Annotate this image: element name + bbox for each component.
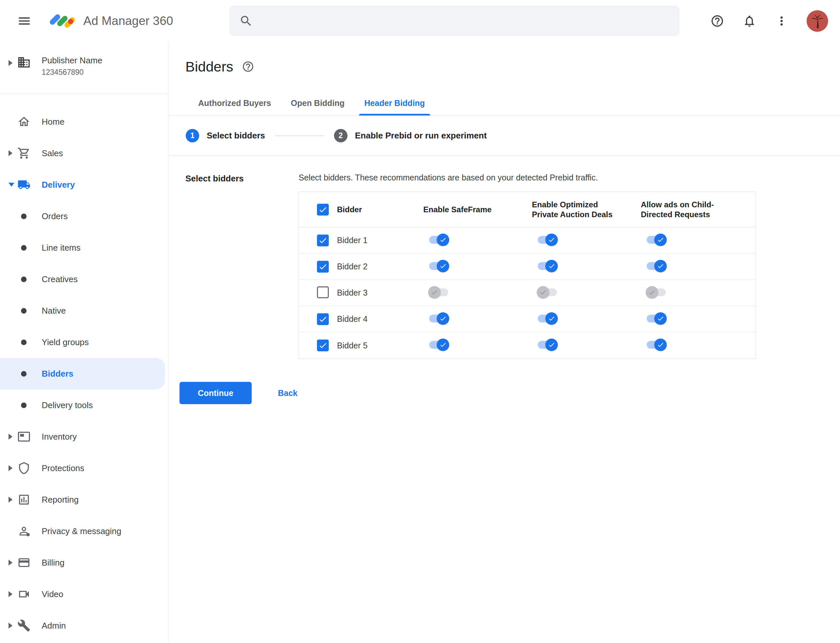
truck-icon — [17, 178, 31, 192]
tab-authorized-buyers[interactable]: Authorized Buyers — [188, 91, 281, 116]
toggle-thumb — [437, 339, 449, 351]
bullet-icon — [21, 277, 26, 282]
notifications-bell-icon[interactable] — [742, 14, 757, 28]
wizard-stepper: 1 Select bidders 2 Enable Prebid or run … — [169, 116, 840, 156]
bidders-table: Bidder Enable SafeFrame Enable Optimized… — [299, 192, 756, 359]
table-header-row: Bidder Enable SafeFrame Enable Optimized… — [299, 192, 756, 227]
bidder-name: Bidder 4 — [337, 314, 423, 324]
toggle-thumb — [654, 312, 667, 325]
toggle-thumb — [646, 286, 658, 299]
sidebar-item-label: Video — [42, 589, 63, 599]
sidebar-item-native[interactable]: Native — [0, 295, 168, 326]
safeframe-toggle[interactable] — [428, 259, 449, 273]
chevron-right-icon — [8, 623, 13, 628]
tab-open-bidding[interactable]: Open Bidding — [281, 91, 355, 116]
row-checkbox[interactable] — [317, 286, 329, 298]
toggle-thumb — [437, 260, 449, 272]
step-1-label: Select bidders — [207, 131, 265, 141]
shield-icon — [17, 461, 31, 475]
toggle-thumb — [437, 233, 449, 246]
row-checkbox[interactable] — [317, 261, 329, 273]
app-title: Ad Manager 360 — [83, 14, 173, 28]
sidebar-item-orders[interactable]: Orders — [0, 201, 168, 232]
sidebar-item-line-items[interactable]: Line items — [0, 232, 168, 263]
select-all-checkbox[interactable] — [317, 204, 329, 215]
optimized-deals-toggle[interactable] — [537, 286, 558, 299]
row-checkbox[interactable] — [317, 313, 329, 325]
search-icon — [239, 14, 253, 28]
sidebar-item-protections[interactable]: Protections — [0, 452, 168, 484]
sidebar-item-inventory[interactable]: Inventory — [0, 421, 168, 452]
sidebar-item-delivery-tools[interactable]: Delivery tools — [0, 389, 168, 421]
sidebar-item-admin[interactable]: Admin — [0, 610, 168, 641]
safeframe-toggle[interactable] — [428, 338, 449, 351]
sidebar-item-billing[interactable]: Billing — [0, 547, 168, 578]
column-header-child-directed: Allow ads on Child-Directed Requests — [641, 200, 733, 219]
tab-header-bidding[interactable]: Header Bidding — [355, 91, 435, 116]
sidebar-item-yield-groups[interactable]: Yield groups — [0, 326, 168, 358]
table-row: Bidder 3 — [299, 280, 756, 306]
sidebar-item-label: Yield groups — [42, 337, 89, 348]
toggle-thumb — [654, 260, 667, 272]
column-header-safeframe: Enable SafeFrame — [423, 205, 532, 215]
hamburger-menu-icon[interactable] — [17, 14, 31, 28]
back-button[interactable]: Back — [268, 382, 307, 404]
sidebar-item-sales[interactable]: Sales — [0, 137, 168, 169]
chevron-right-icon — [8, 150, 13, 156]
safeframe-toggle[interactable] — [428, 233, 449, 246]
safeframe-toggle[interactable] — [428, 312, 449, 325]
table-row: Bidder 1 — [299, 227, 756, 254]
bar-chart-icon — [17, 493, 31, 506]
bidder-name: Bidder 1 — [337, 235, 423, 245]
child-directed-toggle[interactable] — [646, 312, 667, 325]
sidebar-item-video[interactable]: Video — [0, 578, 168, 610]
sidebar-item-delivery[interactable]: Delivery — [0, 169, 168, 201]
column-header-bidder: Bidder — [337, 205, 423, 215]
sidebar-item-label: Privacy & messaging — [42, 526, 121, 536]
row-checkbox[interactable] — [317, 339, 329, 351]
bullet-icon — [21, 245, 26, 251]
toggle-thumb — [545, 312, 558, 325]
child-directed-toggle[interactable] — [646, 338, 667, 351]
help-icon[interactable] — [710, 14, 724, 28]
toggle-thumb — [537, 286, 549, 299]
bullet-icon — [21, 403, 26, 408]
row-checkbox[interactable] — [317, 235, 329, 246]
bidder-name: Bidder 5 — [337, 341, 423, 350]
toggle-thumb — [437, 312, 449, 325]
child-directed-toggle[interactable] — [646, 233, 667, 246]
chevron-right-icon — [8, 60, 13, 66]
optimized-deals-toggle[interactable] — [537, 312, 558, 325]
child-directed-toggle[interactable] — [646, 259, 667, 273]
child-directed-toggle[interactable] — [646, 286, 667, 299]
continue-button[interactable]: Continue — [180, 382, 252, 404]
column-header-optimized: Enable Optimized Private Auction Deals — [532, 200, 626, 219]
sidebar-item-home[interactable]: Home — [0, 106, 168, 137]
sidebar-item-label: Delivery tools — [42, 400, 93, 410]
bullet-icon — [21, 214, 26, 219]
search-bar[interactable] — [229, 6, 680, 36]
user-avatar[interactable] — [807, 10, 828, 32]
optimized-deals-toggle[interactable] — [537, 233, 558, 246]
publisher-selector[interactable]: Publisher Name 1234567890 — [0, 42, 168, 94]
toggle-thumb — [654, 339, 667, 351]
page-help-icon[interactable] — [242, 60, 254, 73]
more-options-icon[interactable] — [775, 14, 789, 28]
sidebar-item-reporting[interactable]: Reporting — [0, 484, 168, 516]
sidebar-item-privacy-messaging[interactable]: Privacy & messaging — [0, 516, 168, 547]
bullet-icon — [21, 339, 26, 345]
sidebar-item-label: Reporting — [42, 495, 79, 505]
safeframe-toggle[interactable] — [428, 286, 449, 299]
sidebar-item-bidders[interactable]: Bidders — [0, 358, 165, 389]
optimized-deals-toggle[interactable] — [537, 338, 558, 351]
sidebar-item-label: Protections — [42, 463, 84, 473]
toggle-thumb — [428, 286, 441, 299]
optimized-deals-toggle[interactable] — [537, 259, 558, 273]
bullet-icon — [21, 371, 26, 377]
sidebar-item-creatives[interactable]: Creatives — [0, 263, 168, 295]
content-section: Select bidders Select bidders. These rec… — [169, 156, 840, 359]
person-icon — [17, 524, 31, 538]
search-input[interactable] — [260, 15, 670, 27]
publisher-name: Publisher Name — [42, 55, 102, 65]
sidebar-menu: Home Sales Delivery Orders Line items — [0, 94, 168, 641]
